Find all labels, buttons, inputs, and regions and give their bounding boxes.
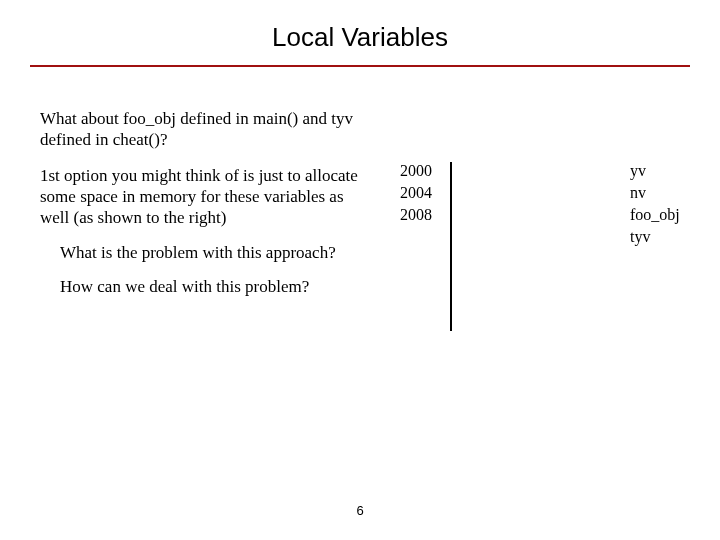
table-row: [451, 226, 452, 247]
table-row: [451, 205, 452, 226]
var-label-0: yv: [630, 160, 680, 182]
addr-0: 2000: [400, 160, 432, 182]
title-rule: [30, 65, 690, 67]
indented-questions: What is the problem with this approach? …: [60, 242, 360, 297]
addr-2: 2008: [400, 204, 432, 226]
sub-question-1: What is the problem with this approach?: [60, 242, 360, 263]
variable-label-column: yv nv foo_obj tyv: [630, 160, 680, 248]
address-column: 2000 2004 2008: [400, 160, 432, 226]
var-label-2: foo_obj: [630, 204, 680, 226]
addr-1: 2004: [400, 182, 432, 204]
paragraph-option1: 1st option you might think of is just to…: [40, 165, 360, 229]
sub-question-2: How can we deal with this problem?: [60, 276, 360, 297]
memory-table: [450, 162, 452, 331]
table-row: [451, 289, 452, 310]
table-row: [451, 268, 452, 289]
table-row: [451, 184, 452, 205]
paragraph-question: What about foo_obj defined in main() and…: [40, 108, 360, 151]
slide-title: Local Variables: [0, 22, 720, 53]
table-row: [451, 310, 452, 331]
var-label-1: nv: [630, 182, 680, 204]
table-row: [451, 163, 452, 184]
body-text-block: What about foo_obj defined in main() and…: [40, 108, 360, 309]
table-row: [451, 247, 452, 268]
var-label-3: tyv: [630, 226, 680, 248]
page-number: 6: [0, 503, 720, 518]
